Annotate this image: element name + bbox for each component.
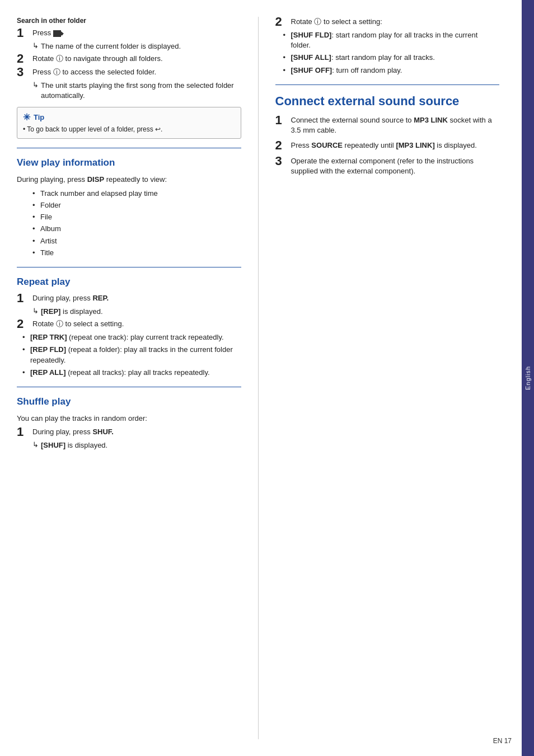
shuffle-body: You can play the tracks in random order: xyxy=(17,413,241,424)
step-num: 1 xyxy=(17,27,32,39)
step-num: 2 xyxy=(17,318,32,330)
connect-step-1: 1 Connect the external sound source to M… xyxy=(275,115,500,135)
step-num: 2 xyxy=(17,53,32,65)
folder-icon xyxy=(53,30,61,37)
side-tab-label: English xyxy=(524,366,531,390)
search-step-3: 3 Press ⓘ to access the selected folder. xyxy=(17,67,241,78)
side-tab: English xyxy=(522,0,534,756)
list-item: Track number and elapsed play time xyxy=(32,189,241,199)
list-item: Folder xyxy=(32,200,241,210)
right-column: 2 Rotate ⓘ to select a setting: [SHUF FL… xyxy=(259,17,500,739)
step-text: Rotate ⓘ to navigate through all folders… xyxy=(32,54,241,64)
repeat-section: Repeat play 1 During play, press REP. ↳ … xyxy=(17,276,241,378)
tip-icon: ✳ xyxy=(23,112,30,123)
arrow-symbol: ↳ xyxy=(32,81,39,89)
step-text: Press . xyxy=(32,28,241,38)
list-item: [REP TRK] (repeat one track): play curre… xyxy=(22,332,241,342)
step-num: 2 xyxy=(275,16,291,28)
step-text: Press SOURCE repeatedly until [MP3 LINK]… xyxy=(291,140,500,151)
arrow-symbol: ↳ xyxy=(32,41,39,50)
shuffle-continued: 2 Rotate ⓘ to select a setting: [SHUF FL… xyxy=(275,17,500,76)
repeat-bullets: [REP TRK] (repeat one track): play curre… xyxy=(22,332,241,378)
view-section: View play information During playing, pr… xyxy=(17,157,241,258)
list-item: Album xyxy=(32,224,241,234)
arrow-text: The name of the current folder is displa… xyxy=(41,41,181,51)
list-item: [SHUF FLD]: start random play for all tr… xyxy=(283,30,500,50)
shuffle-title: Shuffle play xyxy=(17,396,241,407)
arrow-text: [REP] is displayed. xyxy=(41,307,103,317)
divider xyxy=(17,267,241,267)
shuffle-step-1: 1 During play, press SHUF. xyxy=(17,427,241,438)
divider xyxy=(17,387,241,387)
step-num: 1 xyxy=(275,114,291,126)
step-arrow: ↳ [SHUF] is displayed. xyxy=(32,440,241,450)
divider xyxy=(17,148,241,148)
step-arrow: ↳ [REP] is displayed. xyxy=(32,307,241,317)
page: English Search in other folder 1 Press .… xyxy=(0,0,534,756)
shuffle-section: Shuffle play You can play the tracks in … xyxy=(17,396,241,451)
search-step-1: 1 Press . xyxy=(17,28,241,39)
view-list: Track number and elapsed play time Folde… xyxy=(32,189,241,258)
list-item: [REP ALL] (repeat all tracks): play all … xyxy=(22,368,241,378)
repeat-step-2: 2 Rotate ⓘ to select a setting. xyxy=(17,319,241,330)
connect-step-3: 3 Operate the external component (refer … xyxy=(275,156,500,176)
list-item: Artist xyxy=(32,236,241,246)
tip-box: ✳ Tip • To go back to upper level of a f… xyxy=(17,107,241,139)
left-column: Search in other folder 1 Press . ↳ The n… xyxy=(17,17,259,739)
step-text: Press ⓘ to access the selected folder. xyxy=(32,67,241,77)
step-text: Operate the external component (refer to… xyxy=(291,156,500,176)
tip-label: Tip xyxy=(34,113,44,121)
shuffle-step-2: 2 Rotate ⓘ to select a setting: xyxy=(275,17,500,28)
connect-section: Connect external sound source 1 Connect … xyxy=(275,94,500,176)
repeat-title: Repeat play xyxy=(17,276,241,288)
arrow-symbol: ↳ xyxy=(32,307,39,315)
step-text: Rotate ⓘ to select a setting: xyxy=(291,17,500,27)
step-num: 3 xyxy=(17,66,32,78)
connect-step-2: 2 Press SOURCE repeatedly until [MP3 LIN… xyxy=(275,140,500,152)
connect-title: Connect external sound source xyxy=(275,94,500,109)
view-body: During playing, press DISP repeatedly to… xyxy=(17,174,241,185)
list-item: [SHUF OFF]: turn off random play. xyxy=(283,65,500,76)
step-num: 1 xyxy=(17,292,32,304)
arrow-text: The unit starts playing the first song f… xyxy=(41,81,241,101)
step-arrow: ↳ The name of the current folder is disp… xyxy=(32,41,241,51)
search-step-2: 2 Rotate ⓘ to navigate through all folde… xyxy=(17,54,241,65)
step-arrow: ↳ The unit starts playing the first song… xyxy=(32,81,241,101)
search-section: Search in other folder 1 Press . ↳ The n… xyxy=(17,17,241,139)
main-content: Search in other folder 1 Press . ↳ The n… xyxy=(0,0,522,756)
list-item: [SHUF ALL]: start random play for all tr… xyxy=(283,53,500,63)
step-num: 3 xyxy=(275,155,291,167)
arrow-symbol: ↳ xyxy=(32,440,39,449)
view-title: View play information xyxy=(17,157,241,168)
step-text: Connect the external sound source to MP3… xyxy=(291,115,500,135)
arrow-text: [SHUF] is displayed. xyxy=(41,440,107,450)
tip-header: ✳ Tip xyxy=(23,112,235,123)
repeat-step-1: 1 During play, press REP. xyxy=(17,293,241,304)
step-text: During play, press REP. xyxy=(32,293,241,303)
step-text: During play, press SHUF. xyxy=(32,427,241,437)
tip-text: • To go back to upper level of a folder,… xyxy=(23,125,235,134)
step-text: Rotate ⓘ to select a setting. xyxy=(32,319,241,329)
step-num: 2 xyxy=(275,139,291,152)
step-num: 1 xyxy=(17,426,32,438)
list-item: Title xyxy=(32,248,241,258)
list-item: [REP FLD] (repeat a folder): play all tr… xyxy=(22,345,241,365)
divider xyxy=(275,84,500,85)
page-number: EN 17 xyxy=(493,737,512,745)
shuffle-bullets: [SHUF FLD]: start random play for all tr… xyxy=(283,30,500,76)
search-title: Search in other folder xyxy=(17,17,241,25)
list-item: File xyxy=(32,212,241,222)
